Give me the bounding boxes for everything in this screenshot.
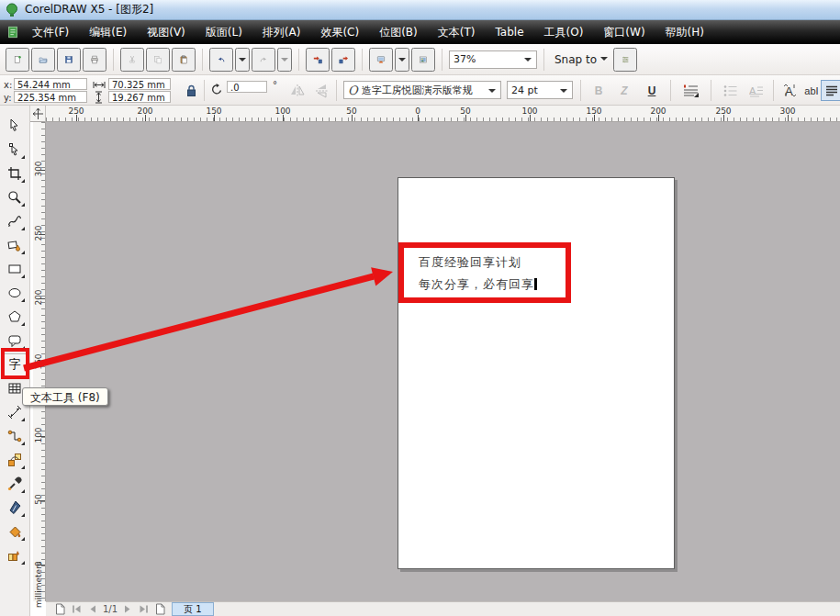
- zoom-tool[interactable]: [3, 186, 27, 208]
- ellipse-tool[interactable]: [3, 282, 27, 304]
- print-button[interactable]: [83, 48, 106, 72]
- bulleted-list-button[interactable]: [720, 81, 742, 100]
- snap-to-label: Snap to: [554, 53, 597, 66]
- first-page-button[interactable]: [72, 604, 82, 614]
- zoom-level-combo[interactable]: 37%: [449, 50, 537, 69]
- interactive-fill-tool[interactable]: [3, 544, 27, 566]
- menu-item[interactable]: 编辑(E): [79, 20, 137, 44]
- cut-button[interactable]: [120, 48, 144, 72]
- ruler-major-tick: [530, 115, 531, 121]
- ruler-label: 300: [34, 160, 43, 178]
- chevron-down-icon: [524, 58, 532, 65]
- ruler-origin[interactable]: [30, 106, 46, 122]
- ruler-major-tick: [658, 115, 659, 121]
- mirror-vertical-button[interactable]: [310, 81, 332, 100]
- text-properties-button[interactable]: [821, 80, 840, 101]
- underline-button[interactable]: U: [641, 81, 663, 100]
- object-height-input[interactable]: 19.267 mm: [108, 91, 171, 103]
- rectangle-tool[interactable]: [3, 258, 27, 280]
- zoom-level-value: 37%: [454, 53, 476, 65]
- pick-tool[interactable]: [3, 115, 27, 137]
- menu-item[interactable]: 位图(B): [369, 20, 428, 44]
- ruler-major-tick: [39, 170, 45, 171]
- blend-tool[interactable]: [3, 449, 27, 471]
- drop-cap-button[interactable]: A: [745, 81, 767, 100]
- rotation-input[interactable]: .0: [227, 81, 267, 93]
- character-formatting-button[interactable]: A: [778, 81, 801, 100]
- fill-tool[interactable]: [3, 521, 27, 543]
- page-tab[interactable]: 页 1: [172, 602, 214, 616]
- text-alignment-button[interactable]: [679, 81, 701, 100]
- separator: [773, 80, 774, 101]
- lock-ratio-button[interactable]: [180, 81, 202, 100]
- menu-item[interactable]: 窗口(W): [593, 20, 655, 44]
- new-document-button[interactable]: [6, 48, 29, 72]
- copy-button[interactable]: [146, 48, 170, 72]
- text-tool-tooltip: 文本工具 (F8): [22, 387, 108, 406]
- export-button[interactable]: [331, 48, 355, 72]
- bold-button[interactable]: B: [588, 81, 610, 100]
- shape-tool[interactable]: [3, 139, 27, 161]
- next-page-button[interactable]: [124, 604, 132, 614]
- page-flip-icon[interactable]: [55, 603, 65, 615]
- undo-button[interactable]: [209, 48, 233, 72]
- smart-fill-tool[interactable]: [3, 234, 27, 256]
- ruler-major-tick: [418, 115, 419, 121]
- menu-item[interactable]: 文件(F): [22, 20, 79, 44]
- edit-text-button[interactable]: abI: [801, 81, 823, 100]
- application-launcher-button[interactable]: [369, 48, 393, 72]
- object-width-input[interactable]: 70.325 mm: [108, 78, 171, 90]
- freehand-tool[interactable]: [3, 210, 27, 232]
- menu-item[interactable]: 帮助(H): [655, 20, 714, 44]
- separator: [580, 80, 581, 101]
- redo-dropdown-button[interactable]: [277, 48, 292, 72]
- app-icon: [5, 3, 19, 17]
- crop-tool[interactable]: [3, 162, 27, 185]
- menu-item[interactable]: Table: [486, 20, 534, 44]
- separator: [543, 49, 544, 71]
- paste-button[interactable]: [172, 48, 196, 72]
- horizontal-ruler[interactable]: 25020015010050050100150200250300: [46, 106, 840, 122]
- menu-item[interactable]: 视图(V): [137, 20, 196, 44]
- vertical-ruler[interactable]: 300250200150100500: [33, 122, 46, 601]
- chevron-down-icon: [600, 57, 608, 64]
- window-title: CorelDRAW X5 - [图形2]: [25, 2, 153, 17]
- separator: [204, 80, 205, 101]
- menu-item[interactable]: 版面(L): [196, 20, 252, 44]
- connector-tool[interactable]: [3, 425, 27, 447]
- application-launcher-dropdown[interactable]: [395, 48, 409, 72]
- save-button[interactable]: [57, 48, 81, 72]
- degree-label: °: [273, 80, 277, 90]
- font-size-combo[interactable]: 24 pt: [507, 81, 573, 99]
- open-document-button[interactable]: [31, 48, 55, 72]
- add-page-icon[interactable]: [155, 603, 165, 615]
- menu-item[interactable]: 文本(T): [428, 20, 486, 44]
- menu-item[interactable]: 效果(C): [310, 20, 369, 44]
- drawing-workspace[interactable]: 百度经验回享计划 每次分享，必有回享: [46, 122, 840, 601]
- last-page-button[interactable]: [139, 604, 149, 614]
- ruler-ticks: [46, 118, 840, 121]
- previous-page-button[interactable]: [88, 604, 96, 614]
- y-position-input[interactable]: 225.354 mm: [14, 91, 87, 103]
- ruler-label: 200: [34, 288, 43, 307]
- x-label: x:: [4, 80, 12, 90]
- x-position-input[interactable]: 54.244 mm: [14, 78, 87, 90]
- undo-dropdown-button[interactable]: [235, 48, 250, 72]
- ruler-major-tick: [594, 115, 595, 121]
- color-eyedropper-tool[interactable]: [3, 473, 27, 495]
- import-button[interactable]: [306, 48, 330, 72]
- menu-item[interactable]: 排列(A): [252, 20, 311, 44]
- snap-to-dropdown[interactable]: Snap to: [551, 53, 611, 66]
- redo-button[interactable]: [252, 48, 275, 72]
- welcome-screen-button[interactable]: [411, 48, 435, 72]
- options-button[interactable]: [613, 48, 637, 72]
- italic-button[interactable]: Z: [613, 81, 635, 100]
- separator: [298, 49, 299, 71]
- outline-pen-tool[interactable]: [3, 497, 27, 519]
- drawing-page[interactable]: [398, 177, 675, 569]
- y-label: y:: [4, 93, 12, 103]
- menu-item[interactable]: 工具(O): [534, 20, 594, 44]
- font-list-combo[interactable]: O 造字工房悦圆演示版常规: [343, 81, 501, 99]
- polygon-tool[interactable]: [3, 306, 27, 328]
- mirror-horizontal-button[interactable]: [286, 81, 308, 100]
